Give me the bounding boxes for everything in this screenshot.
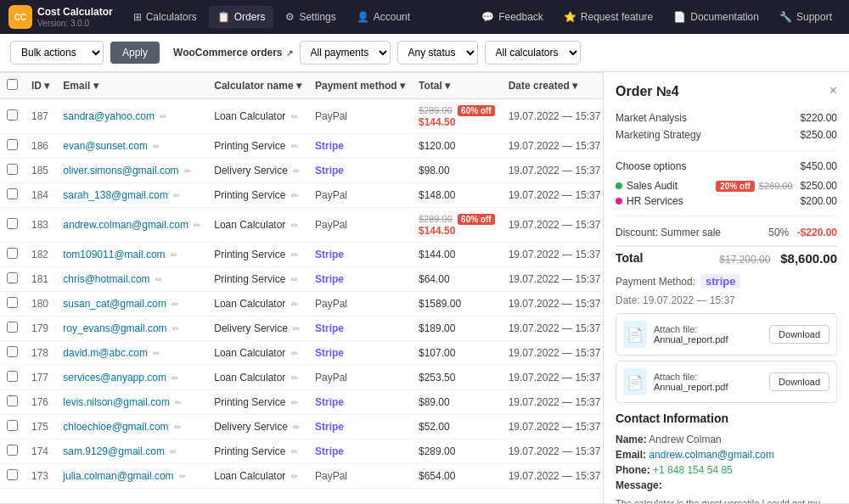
row-checkbox[interactable] [7, 109, 18, 120]
calc-edit-icon[interactable]: ✏ [291, 447, 298, 456]
payment-filter[interactable]: All payments [300, 41, 391, 64]
order-id: 183 [25, 208, 56, 243]
calc-name: Printing Service ✏ [207, 134, 308, 159]
calc-edit-icon[interactable]: ✏ [291, 373, 298, 383]
order-email[interactable]: susan_cat@gmail.com ✏ [56, 292, 207, 316]
row-checkbox[interactable] [7, 188, 18, 199]
contact-message: The calculator is the most versatile I c… [616, 496, 837, 503]
calculator-filter[interactable]: All calculators [485, 41, 581, 64]
order-email[interactable]: andrew.colman@gmail.com ✏ [56, 208, 207, 243]
row-checkbox[interactable] [7, 395, 18, 406]
table-row: 182 tom109011@mail.com ✏ Printing Servic… [0, 243, 603, 267]
download-button-2[interactable]: Download [769, 372, 829, 391]
calc-edit-icon[interactable]: ✏ [291, 191, 298, 200]
calc-edit-icon[interactable]: ✏ [291, 349, 298, 358]
edit-icon[interactable]: ✏ [153, 349, 160, 358]
status-filter[interactable]: Any status [397, 41, 478, 64]
order-email[interactable]: evan@sunset.com ✏ [56, 134, 207, 159]
external-link-icon[interactable]: ↗ [286, 48, 293, 58]
order-email[interactable]: david.m@abc.com ✏ [56, 341, 207, 366]
nav-account[interactable]: 👤 Account [348, 6, 419, 28]
order-total: $654.00 [412, 464, 502, 489]
calc-name: Delivery Service ✏ [207, 316, 308, 341]
edit-icon[interactable]: ✏ [184, 166, 191, 176]
edit-icon[interactable]: ✏ [175, 398, 182, 407]
row-checkbox[interactable] [7, 346, 18, 357]
calc-edit-icon[interactable]: ✏ [291, 472, 298, 481]
nav-calculators[interactable]: ⊞ Calculators [125, 6, 205, 28]
row-checkbox[interactable] [7, 248, 18, 259]
order-email[interactable]: sarah_138@gmail.com ✏ [56, 183, 207, 208]
col-total: Total ▾ [412, 73, 502, 99]
calc-name: Loan Calculator ✏ [207, 366, 308, 390]
row-checkbox[interactable] [7, 371, 18, 382]
calc-edit-icon[interactable]: ✏ [293, 423, 300, 432]
edit-icon[interactable]: ✏ [153, 142, 160, 151]
apply-button[interactable]: Apply [110, 42, 160, 64]
edit-icon[interactable]: ✏ [174, 423, 181, 432]
order-email[interactable]: roy_evans@gmail.com ✏ [56, 316, 207, 341]
order-id: 177 [25, 366, 56, 390]
sidebar-close-button[interactable]: × [829, 84, 837, 98]
edit-icon[interactable]: ✏ [155, 275, 162, 284]
calc-edit-icon[interactable]: ✏ [293, 324, 300, 333]
row-checkbox[interactable] [7, 218, 18, 229]
edit-icon[interactable]: ✏ [173, 191, 180, 200]
order-date: 19.07.2022 — 15:37 [502, 183, 603, 208]
line-item-market: Market Analysis $220.00 [616, 109, 837, 126]
calc-edit-icon[interactable]: ✏ [291, 250, 298, 260]
nav-support[interactable]: 🔧 Support [771, 6, 841, 28]
calc-edit-icon[interactable]: ✏ [291, 112, 298, 121]
order-email[interactable]: sandra@yahoo.com ✏ [56, 99, 207, 134]
row-checkbox[interactable] [7, 164, 18, 175]
row-checkbox[interactable] [7, 322, 18, 333]
order-email[interactable]: chloechioe@gmail.com ✏ [56, 415, 207, 440]
nav-orders[interactable]: 📋 Orders [209, 6, 274, 28]
account-icon: 👤 [357, 11, 369, 23]
payment-method: PayPal [308, 366, 412, 390]
order-email[interactable]: oliver.simons@gmail.com ✏ [56, 159, 207, 183]
support-icon: 🔧 [779, 11, 792, 23]
row-checkbox[interactable] [7, 420, 18, 431]
order-email[interactable]: julia.colman@gmail.com ✏ [56, 464, 207, 489]
paypal-payment: PayPal [315, 110, 347, 122]
nav-docs[interactable]: 📄 Documentation [665, 6, 767, 28]
row-checkbox[interactable] [7, 445, 18, 456]
order-email[interactable]: levis.nilson@gmail.com ✏ [56, 390, 207, 415]
order-email[interactable]: tom109011@mail.com ✏ [56, 243, 207, 267]
row-checkbox[interactable] [7, 469, 18, 480]
row-checkbox[interactable] [7, 297, 18, 308]
calc-edit-icon[interactable]: ✏ [291, 142, 298, 151]
order-email[interactable]: chris@hotmail.com ✏ [56, 267, 207, 292]
calc-edit-icon[interactable]: ✏ [291, 398, 298, 407]
nav-settings[interactable]: ⚙ Settings [277, 6, 344, 28]
edit-icon[interactable]: ✏ [160, 112, 166, 121]
select-all-checkbox[interactable] [7, 79, 18, 90]
order-email[interactable]: sam.9129@gmail.com ✏ [56, 440, 207, 464]
edit-icon[interactable]: ✏ [171, 373, 178, 383]
calc-edit-icon[interactable]: ✏ [291, 275, 298, 284]
stripe-payment: Stripe [315, 396, 344, 408]
calc-edit-icon[interactable]: ✏ [293, 166, 300, 176]
row-checkbox[interactable] [7, 272, 18, 283]
feedback-icon: 💬 [481, 11, 494, 23]
order-total: $189.00 [412, 316, 502, 341]
download-button-1[interactable]: Download [769, 325, 829, 344]
edit-icon[interactable]: ✏ [171, 250, 177, 260]
stripe-payment: Stripe [315, 165, 344, 176]
order-date: 19.07.2022 — 15:37 [502, 440, 603, 464]
calc-edit-icon[interactable]: ✏ [291, 300, 298, 309]
order-email[interactable]: services@anyapp.com ✏ [56, 366, 207, 390]
edit-icon[interactable]: ✏ [171, 300, 178, 309]
paypal-payment: PayPal [315, 298, 347, 310]
nav-request[interactable]: ⭐ Request feature [555, 6, 661, 28]
nav-feedback[interactable]: 💬 Feedback [473, 6, 552, 28]
bulk-actions-select[interactable]: Bulk actions [10, 41, 104, 64]
edit-icon[interactable]: ✏ [179, 472, 186, 481]
edit-icon[interactable]: ✏ [170, 447, 177, 456]
calc-edit-icon[interactable]: ✏ [291, 221, 298, 230]
edit-icon[interactable]: ✏ [194, 221, 200, 230]
edit-icon[interactable]: ✏ [172, 324, 179, 333]
row-checkbox[interactable] [7, 139, 18, 150]
contact-title: Contact Information [616, 412, 837, 425]
